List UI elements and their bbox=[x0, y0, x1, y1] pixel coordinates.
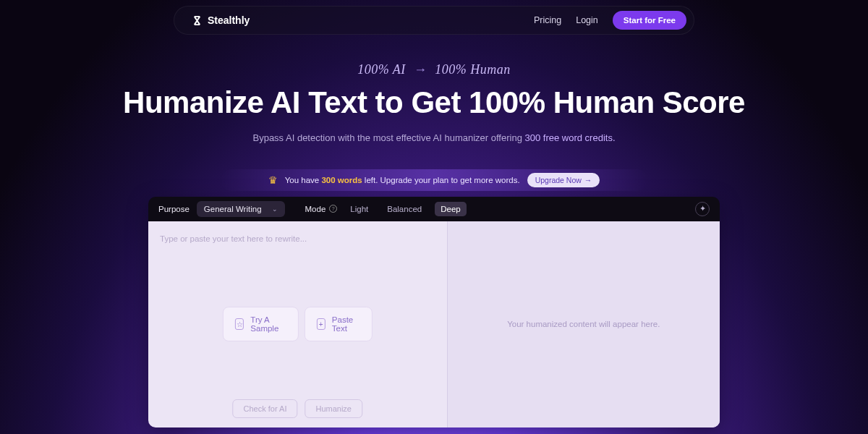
mode-light[interactable]: Light bbox=[344, 202, 374, 216]
editor-toolbar: Purpose General Writing ⌄ Mode ? Light B… bbox=[148, 197, 720, 221]
tagline-right: 100% Human bbox=[435, 62, 511, 77]
logo-icon bbox=[192, 15, 203, 26]
output-panel: Your humanized content will appear here. bbox=[448, 221, 720, 427]
upgrade-now-button[interactable]: Upgrade Now → bbox=[527, 173, 600, 187]
tagline: 100% AI → 100% Human bbox=[0, 62, 868, 77]
word-count: 300 words bbox=[321, 176, 362, 184]
compass-icon[interactable]: ✦ bbox=[695, 202, 710, 216]
paste-text-button[interactable]: + Paste Text bbox=[305, 307, 373, 341]
mode-label: Mode ? bbox=[305, 205, 338, 213]
check-ai-button[interactable]: Check for AI bbox=[233, 399, 298, 418]
purpose-select[interactable]: General Writing ⌄ bbox=[197, 201, 285, 217]
output-placeholder: Your humanized content will appear here. bbox=[507, 320, 660, 328]
mode-balanced[interactable]: Balanced bbox=[381, 202, 427, 216]
free-credits-link[interactable]: 300 free word credits. bbox=[525, 132, 616, 143]
subline-text: Bypass AI detection with the most effect… bbox=[252, 132, 524, 143]
editor: Purpose General Writing ⌄ Mode ? Light B… bbox=[148, 197, 720, 427]
upgrade-text: You have 300 words left. Upgrade your pl… bbox=[285, 176, 520, 184]
info-icon[interactable]: ? bbox=[329, 205, 337, 213]
tagline-left: 100% AI bbox=[357, 62, 406, 77]
nav-pricing[interactable]: Pricing bbox=[534, 15, 561, 25]
upgrade-bar: ♛ You have 300 words left. Upgrade your … bbox=[221, 169, 647, 191]
chevron-down-icon: ⌄ bbox=[272, 205, 278, 213]
purpose-label: Purpose bbox=[158, 205, 190, 213]
humanize-button[interactable]: Humanize bbox=[305, 399, 362, 418]
headline: Humanize AI Text to Get 100% Human Score bbox=[0, 85, 868, 121]
paste-icon: + bbox=[317, 318, 326, 330]
mode-deep[interactable]: Deep bbox=[435, 202, 467, 216]
arrow-right-icon: → bbox=[584, 176, 592, 184]
purpose-value: General Writing bbox=[204, 205, 262, 213]
start-free-button[interactable]: Start for Free bbox=[613, 11, 686, 30]
star-icon: ☆ bbox=[235, 318, 244, 330]
try-sample-button[interactable]: ☆ Try A Sample bbox=[223, 307, 299, 341]
input-panel[interactable]: Type or paste your text here to rewrite.… bbox=[148, 221, 448, 427]
nav-login[interactable]: Login bbox=[576, 15, 598, 25]
hero: 100% AI → 100% Human Humanize AI Text to… bbox=[0, 62, 868, 143]
subline: Bypass AI detection with the most effect… bbox=[0, 132, 868, 143]
crown-icon: ♛ bbox=[268, 174, 278, 186]
navbar: Stealthly Pricing Login Start for Free bbox=[174, 6, 694, 35]
logo[interactable]: Stealthly bbox=[192, 14, 250, 26]
input-placeholder: Type or paste your text here to rewrite.… bbox=[160, 234, 307, 243]
editor-body: Type or paste your text here to rewrite.… bbox=[148, 221, 720, 427]
arrow-icon: → bbox=[414, 62, 427, 77]
brand-name: Stealthly bbox=[208, 14, 250, 26]
